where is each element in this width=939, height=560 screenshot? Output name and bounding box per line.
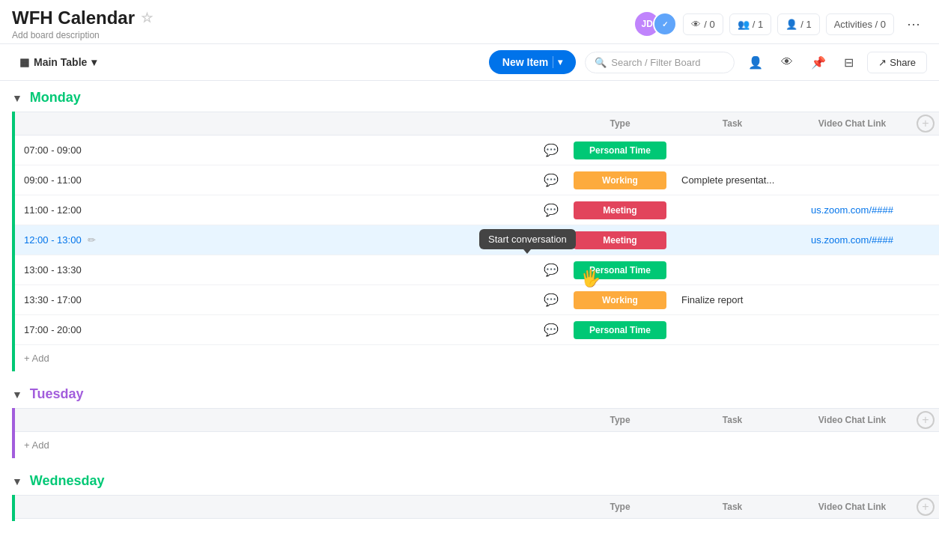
col-add-header-wed[interactable]: + <box>912 498 939 516</box>
guest-btn[interactable]: 👥 / 1 <box>729 13 771 35</box>
member-btn[interactable]: 👤 / 1 <box>777 13 819 35</box>
monday-add-row[interactable]: + Add <box>15 345 939 371</box>
new-item-label: New Item <box>502 56 548 68</box>
chat-icon-5[interactable]: 💬 <box>544 263 559 277</box>
time-label: 12:00 - 13:00 <box>24 234 82 246</box>
table-row: 09:00 - 11:00 💬 Working Complete present… <box>15 165 939 195</box>
members-icon: 👤 <box>785 19 797 30</box>
tuesday-table: Type Task Video Chat Link + + Add <box>12 408 939 458</box>
add-row-label-tue: + Add <box>24 439 49 451</box>
share-arrow-icon: ↗ <box>878 57 887 68</box>
board-content: ▼ Monday Type Task Video Chat Link + 07:… <box>0 81 939 521</box>
chat-icon-7[interactable]: 💬 <box>544 323 559 337</box>
time-label: 09:00 - 11:00 <box>24 174 82 186</box>
chat-icon-1[interactable]: 💬 <box>544 143 559 157</box>
search-box[interactable]: 🔍 Search / Filter Board <box>585 52 735 73</box>
row-task-1 <box>672 143 792 158</box>
row-type-7: Personal Time <box>568 317 672 344</box>
tuesday-add-row[interactable]: + Add <box>15 432 939 458</box>
filter-btn[interactable]: ⊟ <box>839 51 858 74</box>
chat-icon-6[interactable]: 💬 <box>544 293 559 307</box>
row-type-4: Meeting <box>568 227 672 254</box>
group-wednesday: ▼ Wednesday Type Task Video Chat Link + … <box>0 464 939 521</box>
type-badge-personal: Personal Time <box>574 141 666 159</box>
add-column-btn-tue[interactable]: + <box>917 411 935 429</box>
share-btn[interactable]: ↗ Share <box>867 52 927 73</box>
add-column-btn[interactable]: + <box>917 115 935 133</box>
row-time-1: 07:00 - 09:00 💬 <box>15 136 568 165</box>
col-task-header-wed: Task <box>672 496 792 518</box>
tuesday-col-headers: Type Task Video Chat Link + <box>15 408 939 432</box>
group-tuesday: ▼ Tuesday Type Task Video Chat Link + + … <box>0 377 939 458</box>
col-name-header <box>15 118 568 130</box>
chat-icon-3[interactable]: 💬 <box>544 203 559 217</box>
eye-filter-btn[interactable]: 👁 <box>777 51 797 73</box>
row-time-3: 11:00 - 12:00 💬 <box>15 195 568 225</box>
row-time-2: 09:00 - 11:00 💬 <box>15 165 568 195</box>
new-item-divider <box>553 56 553 68</box>
avatar-status[interactable]: ✓ <box>653 12 677 36</box>
member-count: / 1 <box>800 19 811 30</box>
more-btn[interactable]: ⋯ <box>900 12 927 36</box>
col-task-header-tue: Task <box>672 409 792 431</box>
row-task-6: Finalize report <box>672 287 792 313</box>
invite-btn[interactable]: 👁 / 0 <box>683 13 723 35</box>
col-task-header: Task <box>672 112 792 135</box>
new-item-btn[interactable]: New Item ▾ <box>489 50 576 74</box>
group-monday-header: ▼ Monday <box>0 81 939 112</box>
row-link-2 <box>792 173 912 188</box>
start-conversation-tooltip: Start conversation <box>479 229 576 249</box>
group-wednesday-arrow[interactable]: ▼ <box>12 475 22 487</box>
main-table-btn[interactable]: ▦ Main Table ▾ <box>12 52 104 73</box>
wednesday-table: Type Task Video Chat Link + + Add <box>12 495 939 521</box>
star-icon[interactable]: ☆ <box>141 10 153 26</box>
row-link-1 <box>792 143 912 158</box>
chevron-down-icon: ▾ <box>91 56 97 68</box>
col-add-header[interactable]: + <box>912 115 939 133</box>
group-wednesday-title: Wednesday <box>30 473 105 489</box>
table-row: 12:00 - 13:00 ✏ 💬 Meeting us.zoom.com/##… <box>15 225 939 255</box>
type-badge-working-2: Working <box>574 291 666 309</box>
col-add-header-tue[interactable]: + <box>912 411 939 429</box>
col-type-header: Type <box>568 112 672 135</box>
table-icon: ▦ <box>19 56 29 68</box>
row-task-3 <box>672 203 792 218</box>
person-icon-btn[interactable]: 👤 <box>744 51 768 74</box>
add-column-btn-wed[interactable]: + <box>917 498 935 516</box>
col-name-header-wed <box>15 501 568 513</box>
group-monday: ▼ Monday Type Task Video Chat Link + 07:… <box>0 81 939 371</box>
time-label: 17:00 - 20:00 <box>24 324 82 335</box>
row-type-1: Personal Time <box>568 137 672 164</box>
search-placeholder: Search / Filter Board <box>611 57 700 68</box>
board-title: WFH Calendar ☆ <box>12 7 153 28</box>
pin-btn[interactable]: 📌 <box>806 51 830 74</box>
row-link-3[interactable]: us.zoom.com/#### <box>792 197 912 223</box>
chat-icon-2[interactable]: 💬 <box>544 173 559 187</box>
group-wednesday-header: ▼ Wednesday <box>0 464 939 495</box>
group-tuesday-title: Tuesday <box>30 386 84 402</box>
group-monday-title: Monday <box>30 90 81 106</box>
table-row: 13:00 - 13:30 💬 Personal Time <box>15 255 939 285</box>
type-badge-personal-3: Personal Time <box>574 321 666 339</box>
row-time-7: 17:00 - 20:00 💬 <box>15 315 568 344</box>
group-monday-arrow[interactable]: ▼ <box>12 92 22 104</box>
invite-count: / 0 <box>704 19 714 30</box>
row-link-4[interactable]: us.zoom.com/#### <box>792 227 912 253</box>
board-title-text: WFH Calendar <box>12 7 135 28</box>
col-name-header-tue <box>15 414 568 426</box>
wednesday-col-headers: Type Task Video Chat Link + <box>15 495 939 519</box>
group-tuesday-arrow[interactable]: ▼ <box>12 389 22 401</box>
activities-btn[interactable]: Activities / 0 <box>826 13 894 35</box>
wednesday-add-row[interactable]: + Add <box>15 519 939 521</box>
row-task-5 <box>672 263 792 278</box>
col-link-header-tue: Video Chat Link <box>792 409 912 431</box>
row-time-6: 13:30 - 17:00 💬 <box>15 285 568 314</box>
time-label: 11:00 - 12:00 <box>24 204 82 216</box>
type-badge-working: Working <box>574 171 666 189</box>
add-row-label: + Add <box>24 353 49 364</box>
header-right: JD ✓ 👁 / 0 👥 / 1 👤 / 1 Activities / 0 ⋯ <box>635 12 927 36</box>
edit-icon[interactable]: ✏ <box>88 234 96 246</box>
board-description[interactable]: Add board description <box>12 28 153 40</box>
toolbar: ▦ Main Table ▾ New Item ▾ 🔍 Search / Fil… <box>0 44 939 81</box>
col-type-header-wed: Type <box>568 496 672 518</box>
